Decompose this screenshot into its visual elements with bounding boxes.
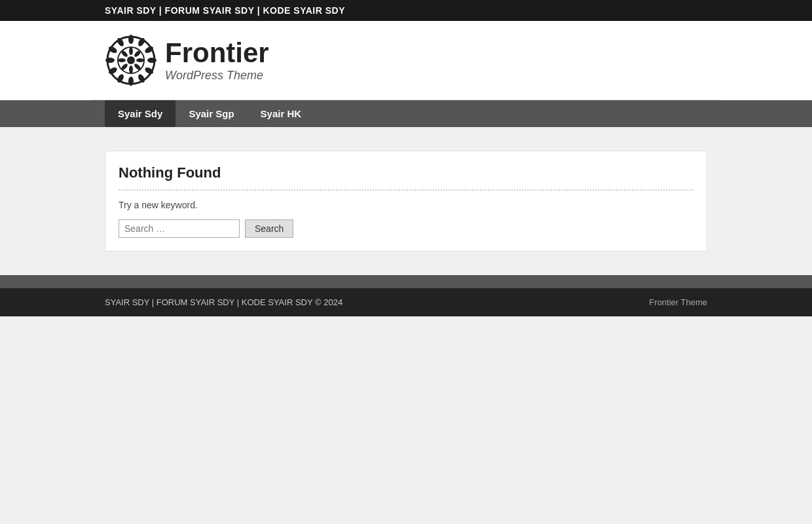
footer-inner-wrap: SYAIR SDY | FORUM SYAIR SDY | KODE SYAIR… (92, 288, 720, 316)
top-bar: SYAIR SDY | FORUM SYAIR SDY | KODE SYAIR… (92, 0, 720, 21)
svg-point-20 (118, 58, 126, 62)
search-form[interactable]: Search (119, 219, 693, 238)
logo-site-name: Frontier (165, 38, 269, 68)
logo-text-container: Frontier WordPress Theme (165, 38, 269, 82)
top-bar-title: SYAIR SDY | FORUM SYAIR SDY | KODE SYAIR… (105, 5, 345, 16)
main-inner-wrap: Nothing Found Try a new keyword. Search (92, 138, 720, 265)
svg-point-4 (147, 58, 157, 63)
divider (119, 189, 693, 191)
footer-bar (92, 275, 720, 288)
nav-item-syair-sgp[interactable]: Syair Sgp (175, 100, 247, 127)
svg-point-14 (129, 47, 133, 55)
nav-link-syair-sdy[interactable]: Syair Sdy (105, 100, 175, 127)
footer-outer: SYAIR SDY | FORUM SYAIR SDY | KODE SYAIR… (0, 288, 812, 316)
svg-point-7 (128, 77, 134, 86)
frontier-theme-link[interactable]: Frontier Theme (649, 297, 707, 307)
try-keyword-text: Try a new keyword. (119, 200, 693, 210)
svg-point-22 (127, 56, 135, 64)
site-header-wrap: Frontier WordPress Theme (92, 21, 720, 100)
site-header: Frontier WordPress Theme (92, 21, 720, 100)
footer-bar-outer (0, 275, 812, 288)
search-button[interactable]: Search (245, 219, 293, 238)
nav-inner-wrap: Syair Sdy Syair Sgp Syair HK (92, 100, 720, 127)
logo-icon (105, 34, 157, 86)
nav-outer: Syair Sdy Syair Sgp Syair HK (0, 100, 812, 127)
main-outer: Nothing Found Try a new keyword. Search (0, 127, 812, 275)
svg-point-18 (129, 66, 133, 73)
svg-point-16 (136, 58, 144, 62)
nav-item-syair-sdy[interactable]: Syair Sdy (105, 100, 175, 127)
footer-theme-link[interactable]: Frontier Theme (649, 297, 707, 307)
footer-copyright: SYAIR SDY | FORUM SYAIR SDY | KODE SYAIR… (105, 297, 342, 307)
nav-link-syair-hk[interactable]: Syair HK (248, 100, 315, 127)
content-area: Nothing Found Try a new keyword. Search (105, 151, 707, 252)
svg-point-10 (105, 58, 115, 63)
logo-tagline: WordPress Theme (165, 69, 269, 83)
footer-bar-inner (92, 275, 720, 288)
logo-container[interactable]: Frontier WordPress Theme (105, 34, 707, 86)
main-content: Nothing Found Try a new keyword. Search (92, 138, 720, 265)
header-outer: Frontier WordPress Theme (0, 21, 812, 100)
top-bar-outer: SYAIR SDY | FORUM SYAIR SDY | KODE SYAIR… (0, 0, 812, 21)
nothing-found-title: Nothing Found (119, 164, 693, 181)
nav-item-syair-hk[interactable]: Syair HK (248, 100, 315, 127)
site-nav: Syair Sdy Syair Sgp Syair HK (92, 100, 720, 127)
nav-link-syair-sgp[interactable]: Syair Sgp (175, 100, 247, 127)
search-input[interactable] (119, 219, 240, 238)
site-footer: SYAIR SDY | FORUM SYAIR SDY | KODE SYAIR… (92, 288, 720, 316)
nav-list: Syair Sdy Syair Sgp Syair HK (92, 100, 720, 127)
svg-point-1 (128, 35, 134, 44)
